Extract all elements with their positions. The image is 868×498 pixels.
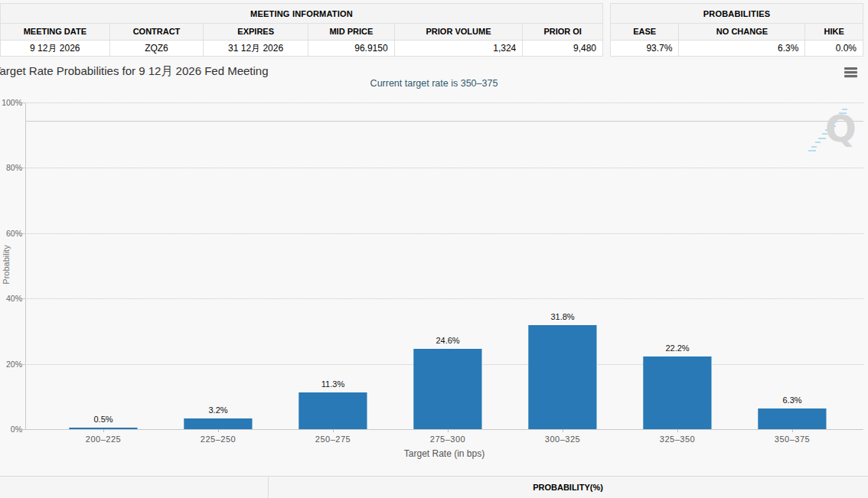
probabilities-value-row: 93.7% 6.3% 0.0% xyxy=(611,41,863,56)
meeting-information-header-row: MEETING DATE CONTRACT EXPIRES MID PRICE … xyxy=(1,24,602,41)
chart-title: Target Rate Probabilities for 9 12月 2026… xyxy=(0,64,269,79)
menu-bar xyxy=(844,75,857,77)
bottom-table-header: PROBABILITY(%) xyxy=(0,476,868,498)
probability-bar[interactable] xyxy=(758,408,827,429)
contract-value: ZQZ6 xyxy=(110,41,204,56)
y-gridline xyxy=(25,168,863,168)
x-tick-mark xyxy=(333,429,334,432)
bar-value-label: 6.3% xyxy=(758,395,827,405)
hike-header: HIKE xyxy=(805,24,863,40)
probabilities-title: PROBABILITIES xyxy=(611,4,863,24)
y-tick-label: 0% xyxy=(0,425,22,434)
ease-value: 93.7% xyxy=(611,41,679,56)
bar-value-label: 11.3% xyxy=(299,379,367,389)
x-tick-mark xyxy=(563,429,563,432)
y-tick-label: 20% xyxy=(0,360,22,369)
contract-header: CONTRACT xyxy=(110,24,204,40)
probability-bar[interactable] xyxy=(643,356,712,429)
meeting-date-value: 9 12月 2026 xyxy=(1,41,110,56)
x-tick-mark xyxy=(448,429,449,432)
chart-context-menu-icon[interactable] xyxy=(844,67,857,79)
prior-oi-header: PRIOR OI xyxy=(523,24,602,40)
x-category-label: 200–225 xyxy=(46,435,161,444)
y-tick-label: 60% xyxy=(0,229,22,238)
chart-subtitle: Current target rate is 350–375 xyxy=(0,78,868,89)
x-category-label: 300–325 xyxy=(505,435,620,444)
hike-value: 0.0% xyxy=(805,41,863,56)
x-category-label: 225–250 xyxy=(161,435,276,444)
ease-header: EASE xyxy=(611,24,679,40)
watermark-dash-icon xyxy=(811,146,817,148)
target-rate-probability-chart: Target Rate Probabilities for 9 12月 2026… xyxy=(0,60,868,476)
meeting-date-header: MEETING DATE xyxy=(1,24,110,40)
y-tick-label: 80% xyxy=(0,163,22,172)
probability-column-header: PROBABILITY(%) xyxy=(268,477,868,498)
prior-volume-header: PRIOR VOLUME xyxy=(395,24,524,40)
menu-bar xyxy=(844,71,857,73)
x-tick-mark xyxy=(218,429,219,432)
meeting-information-value-row: 9 12月 2026 ZQZ6 31 12月 2026 96.9150 1,32… xyxy=(1,41,602,56)
watermark-dash-icon xyxy=(815,142,821,143)
bar-value-label: 22.2% xyxy=(643,343,712,353)
x-tick-mark xyxy=(792,429,793,432)
reference-line xyxy=(25,121,863,122)
bar-value-label: 24.6% xyxy=(413,336,482,345)
x-category-label: 275–300 xyxy=(390,435,505,444)
x-tick-mark xyxy=(677,429,678,432)
no-change-header: NO CHANGE xyxy=(679,24,805,40)
menu-bar xyxy=(844,67,857,70)
probability-bar[interactable] xyxy=(184,418,253,429)
x-category-label: 250–275 xyxy=(276,435,390,444)
y-tick-label: 40% xyxy=(0,294,22,303)
watermark-dash-icon xyxy=(808,150,816,151)
probability-bar[interactable] xyxy=(299,392,367,429)
y-tick-label: 100% xyxy=(0,98,22,107)
fedwatch-tool-page: MEETING INFORMATION MEETING DATE CONTRAC… xyxy=(0,0,868,498)
x-axis-line xyxy=(25,429,863,430)
y-gridline xyxy=(25,298,863,299)
bar-value-label: 3.2% xyxy=(184,405,253,415)
no-change-value: 6.3% xyxy=(679,41,805,56)
meeting-information-title: MEETING INFORMATION xyxy=(1,4,602,24)
probability-bar[interactable] xyxy=(528,325,597,429)
bar-value-label: 0.5% xyxy=(69,415,138,424)
prior-volume-value: 1,324 xyxy=(395,41,524,56)
meeting-information-table: MEETING INFORMATION MEETING DATE CONTRAC… xyxy=(0,3,603,57)
prior-oi-value: 9,480 xyxy=(523,41,602,56)
x-category-label: 325–350 xyxy=(620,435,735,444)
bar-value-label: 31.8% xyxy=(528,312,597,321)
y-gridline xyxy=(25,233,863,234)
x-tick-mark xyxy=(103,429,104,432)
probability-bar[interactable] xyxy=(413,349,482,429)
probabilities-table: PROBABILITIES EASE NO CHANGE HIKE 93.7% … xyxy=(610,3,863,57)
x-category-label: 350–375 xyxy=(735,435,850,444)
quikstrike-watermark-icon: Q xyxy=(825,107,857,150)
mid-price-value: 96.9150 xyxy=(308,41,395,56)
expires-header: EXPIRES xyxy=(204,24,308,40)
y-axis-title: Probability xyxy=(2,234,11,295)
y-gridline xyxy=(25,103,863,103)
y-axis-line xyxy=(25,103,26,429)
mid-price-header: MID PRICE xyxy=(308,24,395,40)
probabilities-header-row: EASE NO CHANGE HIKE xyxy=(611,24,863,41)
x-axis-title: Target Rate (in bps) xyxy=(25,448,863,459)
expires-value: 31 12月 2026 xyxy=(204,41,308,56)
